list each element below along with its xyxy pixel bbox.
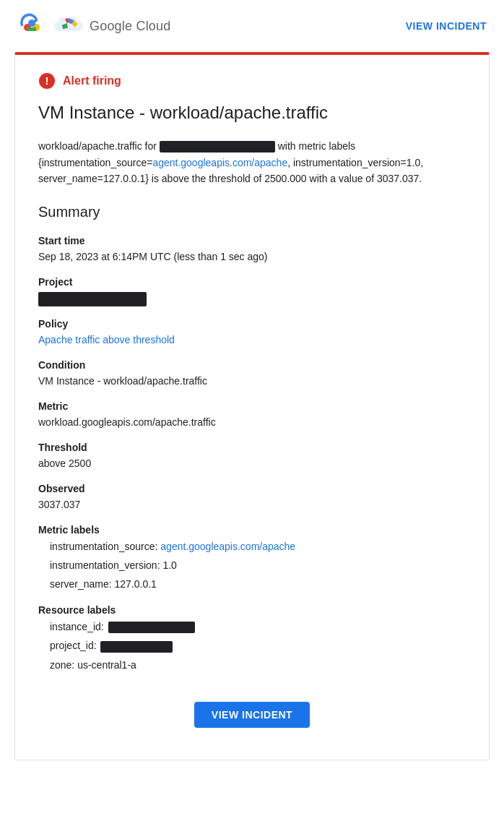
threshold-label: Threshold [38, 442, 466, 453]
zone-item: zone: us-central1-a [50, 657, 466, 673]
project-redacted [38, 292, 147, 306]
metric-value: workload.googleapis.com/apache.traffic [38, 415, 466, 430]
server-name-item: server_name: 127.0.0.1 [50, 576, 466, 592]
alert-card: ! Alert firing VM Instance - workload/ap… [14, 52, 490, 760]
alert-firing-label: Alert firing [63, 74, 121, 87]
instrumentation-source-link[interactable]: agent.googleapis.com/apache [160, 541, 295, 552]
start-time-label: Start time [38, 235, 466, 246]
redacted-instance [160, 141, 275, 153]
instrumentation-version-value: 1.0 [162, 559, 176, 571]
threshold-value: above 2500 [38, 456, 466, 471]
project-id-redacted [100, 641, 173, 653]
alert-firing-row: ! Alert firing [38, 72, 466, 90]
instrumentation-version-item: instrumentation_version: 1.0 [50, 557, 466, 573]
page-header: Google Cloud VIEW INCIDENT [0, 0, 504, 52]
threshold-section: Threshold above 2500 [38, 442, 466, 471]
project-value [38, 291, 466, 306]
metric-labels-section: Metric labels instrumentation_source: ag… [38, 524, 466, 593]
svg-point-3 [28, 20, 35, 27]
svg-text:!: ! [45, 74, 49, 87]
policy-value: Apache traffic above threshold [38, 332, 466, 348]
alert-error-icon: ! [38, 72, 56, 90]
google-cloud-multicolor-icon [52, 13, 84, 39]
instance-id-label: instance_id: [50, 621, 104, 632]
metric-labels-heading: Metric labels [38, 524, 466, 536]
button-row: VIEW INCIDENT [38, 702, 466, 728]
instance-id-item: instance_id: [50, 619, 466, 635]
instrumentation-source-label: instrumentation_source: [50, 541, 157, 552]
google-cloud-text: Google Cloud [90, 19, 170, 34]
policy-label: Policy [38, 318, 466, 330]
metric-labels-items: instrumentation_source: agent.googleapis… [38, 538, 466, 593]
observed-label: Observed [38, 483, 466, 494]
start-time-section: Start time Sep 18, 2023 at 6:14PM UTC (l… [38, 235, 466, 265]
resource-labels-heading: Resource labels [38, 604, 466, 616]
observed-value: 3037.037 [38, 497, 466, 512]
metric-section: Metric workload.googleapis.com/apache.tr… [38, 400, 466, 430]
resource-labels-items: instance_id: project_id: zone: us-centra… [38, 619, 466, 673]
instrumentation-source-item: instrumentation_source: agent.googleapis… [50, 538, 466, 554]
condition-value: VM Instance - workload/apache.traffic [38, 374, 466, 389]
svg-rect-4 [27, 27, 36, 31]
zone-value: us-central1-a [77, 659, 136, 671]
project-id-item: project_id: [50, 637, 466, 653]
view-incident-top-link[interactable]: VIEW INCIDENT [406, 20, 487, 32]
description-prefix: workload/apache.traffic for [38, 140, 157, 152]
alert-description: workload/apache.traffic for with metric … [38, 138, 466, 186]
view-incident-button[interactable]: VIEW INCIDENT [194, 702, 310, 728]
policy-link[interactable]: Apache traffic above threshold [38, 334, 175, 345]
instance-id-redacted [108, 622, 195, 633]
google-cloud-logo: Google Cloud [17, 12, 170, 40]
policy-section: Policy Apache traffic above threshold [38, 318, 466, 348]
project-label: Project [38, 276, 466, 288]
project-section: Project [38, 276, 466, 306]
observed-section: Observed 3037.037 [38, 483, 466, 512]
zone-label: zone: [50, 659, 74, 671]
server-name-label: server_name: [50, 578, 112, 590]
summary-heading: Summary [38, 204, 466, 220]
agent-link-desc[interactable]: agent.googleapis.com/apache [152, 157, 287, 168]
resource-labels-section: Resource labels instance_id: project_id:… [38, 604, 466, 673]
incident-title: VM Instance - workload/apache.traffic [38, 101, 466, 124]
project-id-label: project_id: [50, 640, 97, 651]
google-cloud-logo-icon [17, 12, 46, 40]
start-time-value: Sep 18, 2023 at 6:14PM UTC (less than 1 … [38, 249, 466, 265]
condition-section: Condition VM Instance - workload/apache.… [38, 359, 466, 389]
instrumentation-version-label: instrumentation_version: [50, 559, 160, 571]
condition-label: Condition [38, 359, 466, 371]
server-name-value: 127.0.0.1 [114, 578, 156, 590]
metric-label: Metric [38, 400, 466, 412]
